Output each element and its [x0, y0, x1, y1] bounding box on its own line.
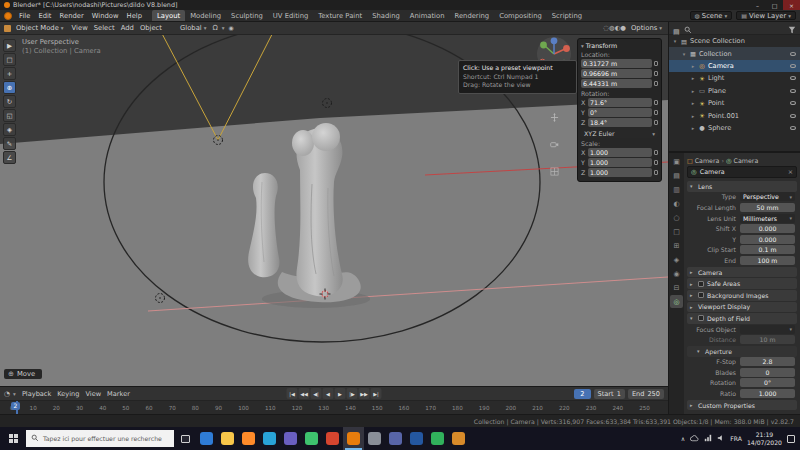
- tool-button-transform[interactable]: ◈: [3, 123, 16, 136]
- chevron-down-icon[interactable]: [222, 24, 225, 32]
- expand-arrow-icon[interactable]: ▸: [690, 100, 696, 106]
- property-row[interactable]: End 100 m: [687, 255, 797, 266]
- property-row[interactable]: ▸ Camera: [687, 267, 797, 278]
- tool-button-rotate[interactable]: ↻: [3, 95, 16, 108]
- property-row[interactable]: Ratio 1.000: [687, 388, 797, 399]
- menu-item[interactable]: Window: [88, 10, 123, 21]
- workspace-tab[interactable]: Animation: [405, 10, 450, 21]
- properties-tab-render[interactable]: ▣: [670, 155, 683, 168]
- outliner-row[interactable]: ▸ ☀ Point.001: [669, 109, 800, 121]
- hide-in-viewport-icon[interactable]: [790, 89, 796, 93]
- timeline-editor-icon[interactable]: [4, 390, 10, 398]
- workspace-tab[interactable]: Modeling: [185, 10, 226, 21]
- property-value-field[interactable]: 100 m: [740, 256, 795, 265]
- lock-icon[interactable]: [654, 160, 658, 165]
- property-row[interactable]: ▸ Viewport Display: [687, 302, 797, 313]
- rotation-value-field[interactable]: 71.6°: [588, 98, 652, 107]
- workspace-tab[interactable]: Texture Paint: [313, 10, 367, 21]
- property-row[interactable]: Clip Start 0.1 m: [687, 245, 797, 256]
- properties-tab-scene[interactable]: ◐: [670, 197, 683, 210]
- hide-in-viewport-icon[interactable]: [790, 101, 796, 105]
- workspace-tab[interactable]: Scripting: [547, 10, 587, 21]
- property-row[interactable]: Distance 10 m: [687, 334, 797, 345]
- transport-button[interactable]: ▶: [335, 388, 346, 399]
- taskbar-app-spotify[interactable]: [427, 427, 448, 450]
- menu-item[interactable]: Render: [56, 10, 88, 21]
- property-value-field[interactable]: 1.000: [740, 389, 795, 398]
- property-value-field[interactable]: 0.000: [740, 224, 795, 233]
- property-value-field[interactable]: Perspective: [740, 192, 795, 201]
- location-value-field[interactable]: 0.96696 m: [581, 69, 652, 78]
- taskbar-app-gimp[interactable]: [364, 427, 385, 450]
- notification-center-icon[interactable]: [787, 435, 795, 443]
- viewport-menu-item[interactable]: Select: [91, 24, 118, 32]
- taskbar-app-excel[interactable]: [301, 427, 322, 450]
- shading-mode-icons[interactable]: ◌◍◐●: [603, 24, 626, 32]
- lock-icon[interactable]: [654, 110, 658, 115]
- 3d-viewport[interactable]: Object Mode ViewSelectAddObject Global ◌…: [0, 22, 668, 386]
- snap-magnet-icon[interactable]: [212, 24, 217, 32]
- property-row[interactable]: F-Stop 2.8: [687, 357, 797, 368]
- transport-button[interactable]: ▶▶: [359, 388, 370, 399]
- tool-button-select-tweak[interactable]: ▶: [3, 39, 16, 52]
- property-row[interactable]: Shift X 0.000: [687, 223, 797, 234]
- lock-icon[interactable]: [654, 100, 658, 105]
- property-value-field[interactable]: 0°: [740, 378, 795, 387]
- location-value-field[interactable]: 0.31727 m: [581, 59, 652, 68]
- property-value-field[interactable]: Millimeters: [740, 214, 795, 223]
- properties-tab-object-data[interactable]: ◎: [670, 295, 683, 308]
- expand-arrow-icon[interactable]: ▾: [672, 38, 678, 44]
- tool-button-scale[interactable]: ◱: [3, 109, 16, 122]
- outliner-row[interactable]: ▸ ▭ Plane: [669, 85, 800, 97]
- property-row[interactable]: ▾ Lens: [687, 181, 797, 192]
- volume-icon[interactable]: [717, 434, 725, 443]
- tool-button-cursor[interactable]: +: [3, 67, 16, 80]
- property-value-field[interactable]: 10 m: [740, 335, 795, 344]
- property-row[interactable]: Blades 0: [687, 367, 797, 378]
- property-row[interactable]: Type Perspective: [687, 192, 797, 203]
- properties-tab-object[interactable]: □: [670, 225, 683, 238]
- lock-icon[interactable]: [654, 150, 658, 155]
- lock-icon[interactable]: [654, 170, 658, 175]
- location-value-field[interactable]: 6.44331 m: [581, 79, 652, 88]
- pan-icon[interactable]: [550, 107, 559, 126]
- property-row[interactable]: Lens Unit Millimeters: [687, 213, 797, 224]
- minimize-button[interactable]: [749, 0, 766, 10]
- workspace-tab[interactable]: Shading: [367, 10, 405, 21]
- menu-item[interactable]: Help: [123, 10, 147, 21]
- panel-checkbox[interactable]: [698, 292, 704, 298]
- maximize-button[interactable]: [766, 0, 783, 10]
- hide-in-viewport-icon[interactable]: [790, 64, 796, 68]
- taskbar-app-powerpoint[interactable]: [322, 427, 343, 450]
- workspace-tab[interactable]: Compositing: [494, 10, 547, 21]
- timeline-ruler[interactable]: 0102030405060708090100110120130140150160…: [0, 401, 668, 414]
- network-icon[interactable]: [704, 434, 712, 443]
- scale-value-field[interactable]: 1.000: [588, 148, 652, 157]
- taskbar-app-edge[interactable]: [196, 427, 217, 450]
- transform-panel-header[interactable]: Transform: [581, 42, 658, 49]
- property-row[interactable]: Focus Object: [687, 324, 797, 335]
- property-value-field[interactable]: 0: [740, 368, 795, 377]
- taskbar-app-vlc[interactable]: [448, 427, 469, 450]
- outliner-row[interactable]: ▾ ▤ Scene Collection: [669, 35, 800, 47]
- viewport-menu-item[interactable]: View: [69, 24, 91, 32]
- property-row[interactable]: Rotation 0°: [687, 378, 797, 389]
- task-view-button[interactable]: [174, 427, 196, 450]
- options-dropdown[interactable]: Options: [629, 24, 664, 32]
- close-button[interactable]: [783, 0, 800, 10]
- timeline-menu-item[interactable]: Keying: [54, 390, 82, 398]
- properties-tab-view-layer[interactable]: ▥: [670, 183, 683, 196]
- lock-icon[interactable]: [654, 61, 658, 66]
- transport-button[interactable]: ◀◀: [299, 388, 310, 399]
- expand-arrow-icon[interactable]: ▸: [690, 113, 696, 119]
- properties-tab-world[interactable]: ○: [670, 211, 683, 224]
- menu-item[interactable]: Edit: [34, 10, 55, 21]
- property-row[interactable]: ▾ Depth of Field: [687, 313, 797, 324]
- proportional-edit-icon[interactable]: [229, 24, 234, 32]
- panel-checkbox[interactable]: [698, 281, 704, 287]
- outliner-row[interactable]: ▸ ☀ Point: [669, 97, 800, 109]
- timeline-menu-item[interactable]: Marker: [104, 390, 133, 398]
- blender-logo-icon[interactable]: [4, 12, 12, 20]
- outliner-row[interactable]: ▸ ☀ Light: [669, 72, 800, 84]
- property-row[interactable]: ▸ Background Images: [687, 290, 797, 301]
